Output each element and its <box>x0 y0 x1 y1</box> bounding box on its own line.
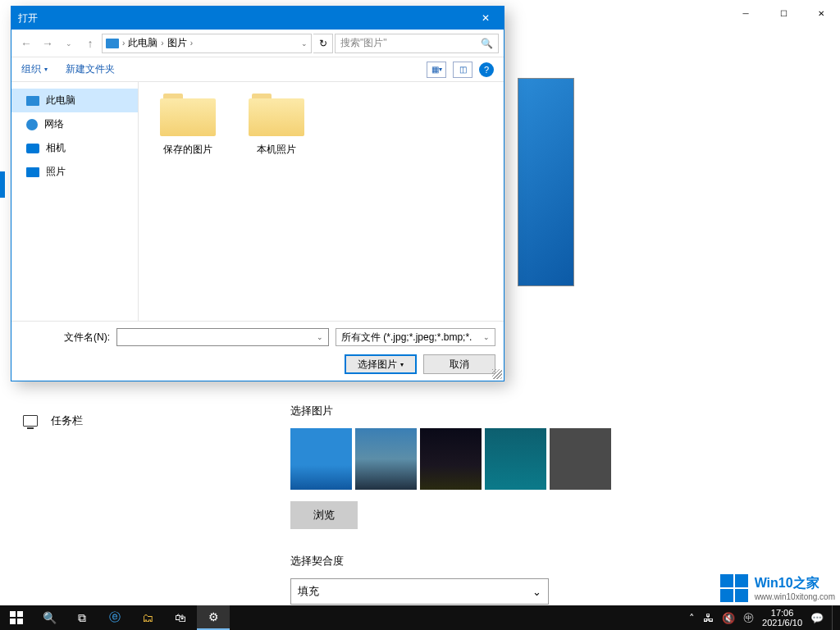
nav-recent-button[interactable]: ⌄ <box>59 34 79 53</box>
dialog-titlebar[interactable]: 打开 ✕ <box>11 7 504 30</box>
tray-expand-button[interactable]: ˄ <box>689 612 695 624</box>
svg-rect-2 <box>10 619 16 624</box>
photos-icon <box>26 167 39 177</box>
chevron-down-icon: ⌄ <box>483 333 490 341</box>
sidebar-item-label: 任务栏 <box>51 413 83 428</box>
dialog-title: 打开 <box>18 11 38 25</box>
ime-tray-icon[interactable]: ㊥ <box>743 610 754 625</box>
folder-icon <box>249 94 304 136</box>
nav-forward-button[interactable]: → <box>38 34 57 53</box>
accent-strip <box>0 171 5 198</box>
tree-item-this-pc[interactable]: 此电脑 <box>11 89 138 112</box>
close-button[interactable]: ✕ <box>802 0 840 26</box>
taskbar-icon <box>23 415 38 427</box>
store-button[interactable]: 🛍 <box>164 605 197 630</box>
system-tray: ˄ 🖧 🔇 ㊥ 17:06 2021/6/10 💬 <box>689 605 840 630</box>
network-icon <box>26 119 38 130</box>
address-bar[interactable]: › 此电脑 › 图片 › ⌄ <box>102 34 312 53</box>
notifications-button[interactable]: 💬 <box>810 612 824 624</box>
choose-picture-title: 选择图片 <box>290 404 820 418</box>
start-button[interactable] <box>0 605 33 630</box>
open-button[interactable]: 选择图片 ▾ <box>345 354 417 374</box>
dialog-toolbar: 组织 ▾ 新建文件夹 ▦ ▾ ◫ ? <box>11 57 504 82</box>
nav-up-button[interactable]: ↑ <box>80 34 100 53</box>
folder-content[interactable]: 保存的图片 本机照片 <box>139 82 504 321</box>
background-thumbnails <box>290 428 820 490</box>
tree-item-photos[interactable]: 照片 <box>11 160 138 184</box>
search-button[interactable]: 🔍 <box>33 605 66 630</box>
search-input[interactable]: 搜索"图片" 🔍 <box>335 34 499 53</box>
taskbar: 🔍 ⧉ ⓔ 🗂 🛍 ⚙ ˄ 🖧 🔇 ㊥ 17:06 2021/6/10 💬 <box>0 605 840 630</box>
file-type-select[interactable]: 所有文件 (*.jpg;*.jpeg;*.bmp;*. ⌄ <box>336 328 495 346</box>
svg-rect-0 <box>10 611 16 617</box>
chevron-down-icon: ⌄ <box>532 586 541 598</box>
minimize-button[interactable]: ─ <box>727 0 765 26</box>
organize-menu[interactable]: 组织 ▾ <box>21 62 48 76</box>
settings-taskbar-button[interactable]: ⚙ <box>197 605 230 630</box>
new-folder-button[interactable]: 新建文件夹 <box>66 62 115 76</box>
split-chevron-icon: ▾ <box>400 361 404 368</box>
watermark: Win10之家 www.win10xitong.com <box>720 574 835 602</box>
choose-fit-title: 选择契合度 <box>290 554 820 568</box>
volume-tray-icon[interactable]: 🔇 <box>722 612 735 624</box>
chevron-down-icon: ▾ <box>44 66 48 73</box>
file-open-dialog: 打开 ✕ ← → ⌄ ↑ › 此电脑 › 图片 › ⌄ ↻ 搜索"图片" 🔍 组… <box>11 6 504 381</box>
chevron-down-icon: ⌄ <box>317 333 323 341</box>
svg-rect-3 <box>17 619 23 624</box>
breadcrumb-root[interactable]: 此电脑 <box>128 36 158 50</box>
search-icon: 🔍 <box>481 38 493 49</box>
network-tray-icon[interactable]: 🖧 <box>703 612 714 624</box>
dialog-nav: ← → ⌄ ↑ › 此电脑 › 图片 › ⌄ ↻ 搜索"图片" 🔍 <box>11 30 504 57</box>
explorer-button[interactable]: 🗂 <box>131 605 164 630</box>
cancel-button[interactable]: 取消 <box>423 354 495 374</box>
camera-icon <box>26 144 39 153</box>
folder-camera-roll[interactable]: 本机照片 <box>244 94 309 157</box>
resize-grip[interactable] <box>492 369 502 379</box>
folder-icon <box>160 94 216 136</box>
fit-value: 填充 <box>298 584 319 599</box>
search-placeholder: 搜索"图片" <box>340 36 387 50</box>
help-button[interactable]: ? <box>479 62 494 77</box>
bg-thumb-4[interactable] <box>485 428 546 490</box>
dialog-close-button[interactable]: ✕ <box>468 7 504 30</box>
taskview-button[interactable]: ⧉ <box>66 605 98 630</box>
watermark-url: www.win10xitong.com <box>755 592 835 601</box>
clock[interactable]: 17:06 2021/6/10 <box>762 608 802 628</box>
bg-thumb-3[interactable] <box>420 428 482 490</box>
watermark-title: Win10之家 <box>755 575 835 592</box>
breadcrumb-folder[interactable]: 图片 <box>167 36 187 50</box>
pc-icon <box>106 39 119 48</box>
address-dropdown-icon[interactable]: ⌄ <box>301 39 308 48</box>
edge-button[interactable]: ⓔ <box>98 605 131 630</box>
filename-input[interactable]: ⌄ <box>116 328 329 346</box>
bg-thumb-1[interactable] <box>290 428 352 490</box>
nav-tree: 此电脑 网络 相机 照片 <box>11 82 139 321</box>
show-desktop-button[interactable] <box>832 605 837 630</box>
refresh-button[interactable]: ↻ <box>313 34 333 53</box>
view-mode-button[interactable]: ▦ ▾ <box>427 62 446 78</box>
chevron-right-icon: › <box>190 39 193 48</box>
pc-icon <box>26 96 39 106</box>
svg-rect-1 <box>17 611 23 617</box>
chevron-right-icon: › <box>122 39 125 48</box>
bg-thumb-5[interactable] <box>550 428 611 490</box>
preview-pane-button[interactable]: ◫ <box>453 62 472 78</box>
windows-logo-icon <box>720 574 748 602</box>
tree-item-network[interactable]: 网络 <box>11 112 138 136</box>
tree-item-camera[interactable]: 相机 <box>11 136 138 160</box>
chevron-right-icon: › <box>161 39 163 48</box>
bg-thumb-2[interactable] <box>355 428 417 490</box>
dialog-footer: 文件名(N): ⌄ 所有文件 (*.jpg;*.jpeg;*.bmp;*. ⌄ … <box>11 321 504 381</box>
filename-label: 文件名(N): <box>20 331 110 345</box>
sidebar-item-taskbar[interactable]: 任务栏 <box>16 404 271 438</box>
maximize-button[interactable]: ☐ <box>765 0 802 26</box>
folder-saved-pictures[interactable]: 保存的图片 <box>155 94 221 157</box>
background-preview <box>518 78 574 286</box>
nav-back-button[interactable]: ← <box>16 34 36 53</box>
fit-select[interactable]: 填充 ⌄ <box>290 578 549 605</box>
browse-button[interactable]: 浏览 <box>290 501 358 529</box>
